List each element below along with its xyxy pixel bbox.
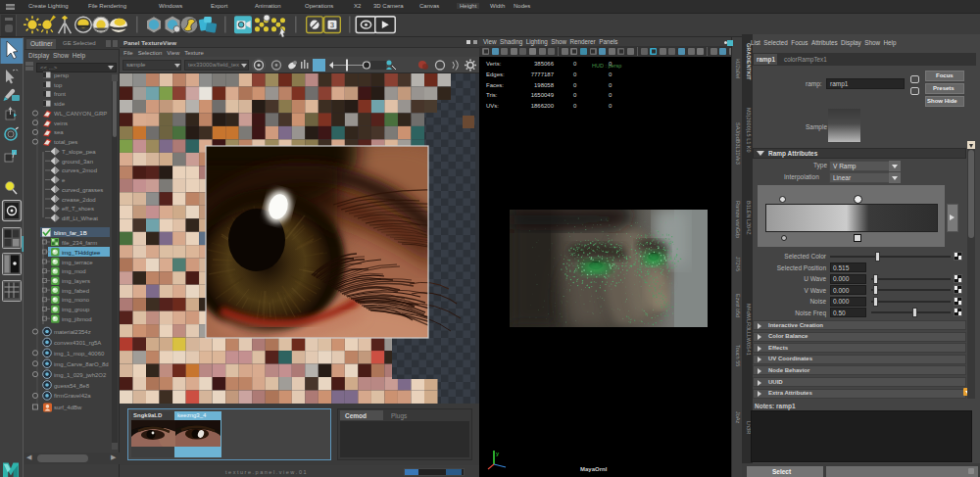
svg-text:convex4301_rg5A: convex4301_rg5A xyxy=(54,340,101,346)
svg-text:veins: veins xyxy=(54,120,68,126)
svg-text:top: top xyxy=(54,82,63,88)
svg-text:ground_3an: ground_3an xyxy=(62,159,93,165)
svg-text:img_fabed: img_fabed xyxy=(62,288,89,294)
svg-text:img_1_mop_40060: img_1_mop_40060 xyxy=(54,351,105,357)
svg-text:blinn_far_1B: blinn_far_1B xyxy=(54,230,87,236)
svg-text:img_mono: img_mono xyxy=(62,297,90,303)
svg-text:file_234_farm: file_234_farm xyxy=(62,240,97,246)
svg-text:WL_CANYON_GRP: WL_CANYON_GRP xyxy=(54,111,107,117)
svg-text:sea: sea xyxy=(54,129,64,135)
svg-text:T_slope_pea: T_slope_pea xyxy=(62,149,96,155)
svg-text:img_layers: img_layers xyxy=(62,278,90,284)
svg-text:guess54_8e8: guess54_8e8 xyxy=(54,383,90,389)
svg-text:curves_2mod: curves_2mod xyxy=(62,167,97,173)
svg-text:img_jibmod: img_jibmod xyxy=(62,316,92,322)
svg-text:img_mod: img_mod xyxy=(62,268,86,274)
svg-text:img_terrace: img_terrace xyxy=(62,260,93,265)
svg-text:curved_grasses: curved_grasses xyxy=(62,187,103,193)
svg-text:persp: persp xyxy=(54,72,70,78)
svg-text:eff_T_shoes: eff_T_shoes xyxy=(62,206,94,212)
svg-text:img_1_029_jwh2O2: img_1_029_jwh2O2 xyxy=(54,372,107,378)
svg-text:diff_Lt_Wheat: diff_Lt_Wheat xyxy=(62,215,98,221)
svg-text:crease_2dod: crease_2dod xyxy=(62,197,96,203)
svg-text:y: y xyxy=(496,451,499,456)
svg-text:front: front xyxy=(54,91,66,97)
svg-text:material2354z: material2354z xyxy=(54,329,91,335)
svg-text:img_THddgtee: img_THddgtee xyxy=(62,250,101,256)
svg-text:total_pes: total_pes xyxy=(54,139,77,145)
svg-text:img_Carve_8arO_8d: img_Carve_8arO_8d xyxy=(54,361,109,367)
svg-text:e: e xyxy=(62,177,66,183)
svg-text:side: side xyxy=(54,101,66,107)
svg-text:firmGravel42a: firmGravel42a xyxy=(54,393,91,399)
svg-text:surf_4dBw: surf_4dBw xyxy=(54,405,82,410)
svg-text:img_group: img_group xyxy=(62,307,90,312)
